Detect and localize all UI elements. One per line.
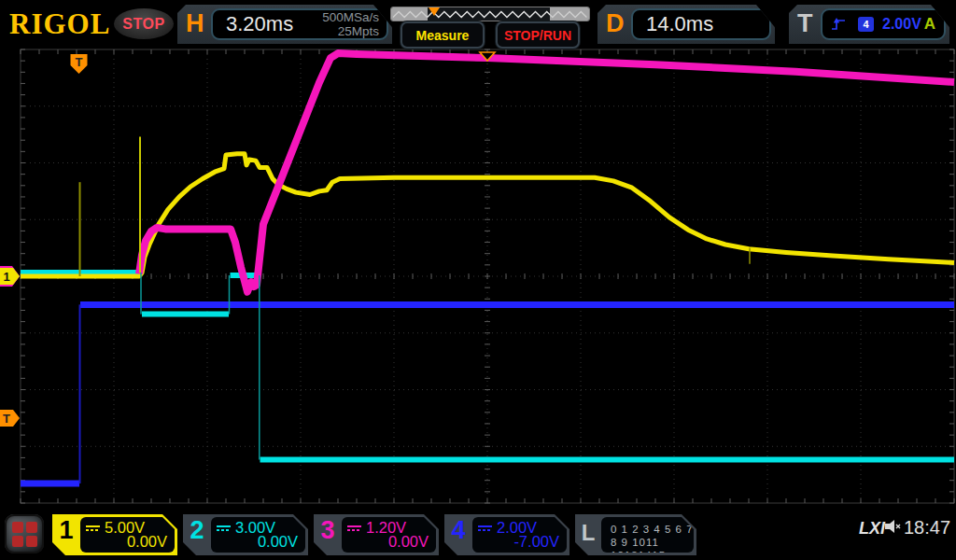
channel-4-offset: -7.00V — [513, 533, 559, 551]
delay-box[interactable]: 14.0ms — [631, 8, 771, 40]
dc-coupling-icon — [478, 525, 492, 531]
delay-panel[interactable]: D 14.0ms — [598, 5, 775, 44]
trigger-source-badge: 4 — [858, 17, 874, 32]
channel-3-box[interactable]: 3 1.20V 0.00V — [314, 514, 439, 555]
channel-2-values: 3.00V 0.00V — [211, 517, 305, 553]
channel-3-number: 3 — [314, 516, 342, 545]
preview-offscreen-left — [391, 7, 428, 21]
logic-label: L — [575, 520, 601, 546]
delay-label: D — [606, 9, 625, 38]
trigger-label: T — [797, 9, 813, 38]
svg-text:1: 1 — [3, 270, 9, 284]
logic-row-2: 8 9 1011 12131415 — [611, 536, 694, 560]
trigger-panel[interactable]: T 4 2.00V A — [789, 5, 949, 44]
menu-button[interactable] — [5, 514, 44, 553]
channel-1-number: 1 — [52, 516, 80, 545]
timebase-box[interactable]: 3.20ms 500MSa/s 25Mpts — [211, 8, 388, 40]
trigger-position-flag-icon[interactable]: T — [71, 54, 88, 74]
channel-3-offset: 0.00V — [388, 533, 429, 551]
horizontal-label: H — [186, 9, 204, 38]
dc-coupling-icon — [347, 525, 361, 531]
sample-rate: 500MSa/s — [322, 10, 379, 24]
oscilloscope-screen: T 1 T 4 RIGOL STOP H 3.20ms 500MSa/s 25M… — [0, 0, 956, 560]
trigger-sweep-mode: A — [924, 15, 935, 34]
top-status-bar: RIGOL STOP H 3.20ms 500MSa/s 25Mpts Meas… — [0, 0, 956, 49]
logic-row-1: 0 1 2 3 4 5 6 7 — [611, 523, 694, 536]
stop-run-button[interactable]: STOP/RUN — [496, 21, 580, 49]
trigger-box[interactable]: 4 2.00V A — [821, 8, 946, 40]
logic-channel-list: 0 1 2 3 4 5 6 7 8 9 1011 12131415 — [601, 517, 694, 553]
dc-coupling-icon — [86, 525, 100, 531]
channel-4-box[interactable]: 4 2.00V -7.00V — [444, 514, 569, 555]
measure-button[interactable]: Measure — [401, 21, 485, 49]
acquisition-info: 500MSa/s 25Mpts — [322, 10, 379, 38]
memory-depth: 25Mpts — [338, 24, 379, 38]
run-state-badge: STOP — [114, 8, 174, 39]
timebase-value: 3.20ms — [226, 12, 293, 36]
channel-2-number: 2 — [183, 516, 211, 545]
rigol-logo: RIGOL — [9, 7, 110, 41]
svg-text:T: T — [76, 55, 83, 69]
preview-offscreen-right — [550, 7, 589, 21]
channel-1-box[interactable]: 1 5.00V 0.00V — [52, 514, 177, 555]
clock: 18:47 — [904, 517, 950, 539]
channel-1-values: 5.00V 0.00V — [80, 517, 175, 553]
menu-icon — [12, 522, 37, 547]
trigger-level-marker[interactable]: T — [0, 410, 20, 427]
svg-text:T: T — [3, 412, 10, 426]
delay-value: 14.0ms — [646, 12, 713, 36]
waveform-preview-bar[interactable] — [390, 7, 590, 21]
logic-channels-box[interactable]: L 0 1 2 3 4 5 6 7 8 9 1011 12131415 — [575, 514, 696, 555]
lxi-status: LXI — [859, 519, 885, 539]
horizontal-panel[interactable]: H 3.20ms 500MSa/s 25Mpts — [177, 5, 392, 44]
scope-display[interactable]: T 1 T 4 — [0, 0, 956, 560]
dc-coupling-icon — [217, 525, 231, 531]
channel-1-offset: 0.00V — [127, 533, 167, 551]
channel-1-position-marker[interactable]: 1 — [0, 266, 20, 287]
bottom-status-bar: 1 5.00V 0.00V 2 3.00V 0.00V 3 — [0, 511, 956, 560]
channel-2-box[interactable]: 2 3.00V 0.00V — [183, 514, 308, 555]
trigger-level: 2.00V — [882, 16, 921, 33]
speaker-muted-icon[interactable] — [883, 518, 902, 535]
channel-2-offset: 0.00V — [258, 533, 298, 551]
channel-4-number: 4 — [444, 516, 472, 545]
preview-trigger-marker-icon[interactable] — [429, 7, 440, 16]
ch1-trace — [21, 154, 954, 276]
channel-3-values: 1.20V 0.00V — [342, 517, 436, 553]
rising-edge-icon — [830, 17, 847, 32]
channel-4-values: 2.00V -7.00V — [472, 517, 567, 553]
